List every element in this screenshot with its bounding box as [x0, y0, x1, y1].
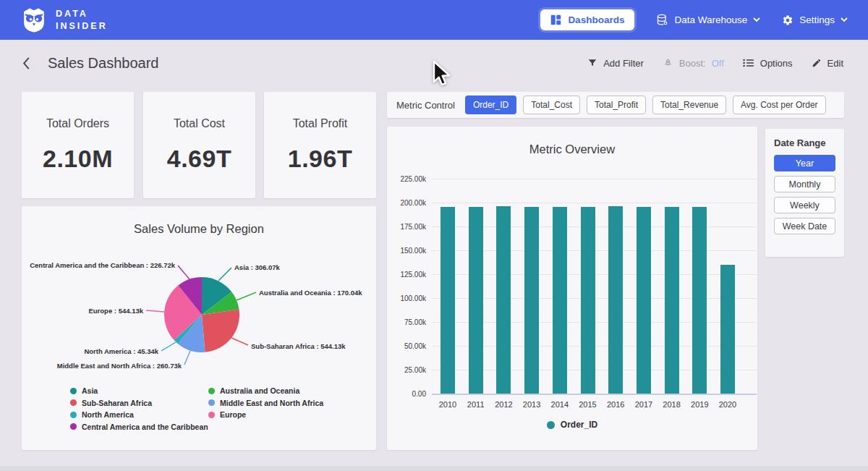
pie-leader-line [237, 292, 256, 300]
metric-option-total-cost[interactable]: Total_Cost [523, 96, 580, 114]
pie-chart: Asia : 306.07kAustralia and Oceania : 17… [22, 206, 376, 450]
y-tick-75.00k: 75.00k [387, 318, 426, 326]
x-tick-2019: 2019 [684, 400, 715, 409]
page-header: Sales Dashboard Add Filter Boost: Off [0, 40, 868, 86]
bar-2019[interactable] [692, 207, 707, 394]
pie-leader-line [146, 310, 164, 312]
bar-2012[interactable] [496, 206, 511, 394]
metric-options: Order_IDTotal_CostTotal_ProfitTotal_Reve… [465, 96, 826, 114]
legend-item-europe[interactable]: Europe [208, 410, 246, 419]
metric-option-total-profit[interactable]: Total_Profit [587, 96, 646, 114]
date-range-label: Date Range [774, 137, 835, 148]
x-tick-2012: 2012 [488, 400, 519, 409]
legend-dot [547, 421, 555, 429]
back-button[interactable] [22, 56, 30, 70]
dashboard-grid-icon [550, 14, 561, 25]
bar-2020[interactable] [720, 265, 735, 394]
date-option-year[interactable]: Year [774, 155, 835, 171]
pie-leader-line [161, 342, 176, 351]
legend-dot [70, 412, 77, 418]
options-button[interactable]: Options [743, 58, 793, 69]
options-label: Options [760, 58, 793, 69]
legend-label: Asia [82, 386, 98, 395]
kpi-card-total-profit: Total Profit1.96T [264, 92, 376, 198]
date-option-week-date[interactable]: Week Date [774, 218, 835, 234]
header-actions: Add Filter Boost: Off Options [587, 58, 843, 69]
metric-option-order-id[interactable]: Order_ID [465, 96, 516, 114]
bar-chart: 225.00k200.00k175.00k150.00k125.00k100.0… [387, 127, 757, 450]
edit-label: Edit [827, 58, 843, 69]
boost-toggle[interactable]: Boost: Off [663, 58, 724, 69]
pie-chart-card: Sales Volume by Region Asia : 306.07kAus… [22, 206, 376, 450]
page: DATA INSIDER Dashboards Data Warehouse [0, 0, 868, 471]
x-tick-2010: 2010 [432, 400, 464, 409]
x-tick-2016: 2016 [600, 400, 631, 409]
legend-label: North America [82, 410, 134, 419]
brand-line1: DATA [56, 8, 108, 20]
x-tick-2014: 2014 [544, 400, 576, 409]
legend-item-north-america[interactable]: North America [70, 410, 134, 419]
pie-leader-line [178, 266, 190, 279]
y-tick-225.00k: 225.00k [387, 175, 426, 183]
pie-leader-line [231, 338, 248, 345]
back-chevron-icon [22, 56, 30, 70]
legend-item-central-america-and-the-caribbean[interactable]: Central America and the Caribbean [70, 423, 208, 431]
legend-item-sub-saharan-africa[interactable]: Sub-Saharan Africa [70, 399, 152, 407]
date-range-options: YearMonthlyWeeklyWeek Date [774, 155, 835, 234]
legend-label: Central America and the Caribbean [82, 423, 208, 431]
date-option-monthly[interactable]: Monthly [774, 176, 835, 192]
filter-funnel-icon [587, 58, 597, 68]
nav-data-warehouse-button[interactable]: Data Warehouse [656, 14, 760, 26]
bar-2013[interactable] [524, 207, 539, 394]
kpi-value: 2.10M [43, 145, 113, 173]
gear-icon [782, 14, 793, 26]
bar-2014[interactable] [553, 207, 567, 394]
legend-item-australia-and-oceania[interactable]: Australia and Oceania [208, 386, 299, 395]
metric-control-bar: Metric Control Order_IDTotal_CostTotal_P… [387, 92, 844, 118]
bar-2017[interactable] [637, 207, 651, 394]
legend-label: Sub-Saharan Africa [82, 399, 152, 407]
nav-dashboards-label: Dashboards [568, 14, 624, 25]
nav-settings-button[interactable]: Settings [782, 14, 848, 26]
bar-2015[interactable] [581, 207, 595, 394]
gridline-0.00 [432, 394, 757, 395]
legend-item-middle-east-and-north-africa[interactable]: Middle East and North Africa [208, 399, 323, 407]
x-tick-2017: 2017 [628, 400, 660, 409]
rocket-icon [663, 58, 673, 69]
x-tick-2013: 2013 [516, 400, 548, 409]
kpi-card-total-orders: Total Orders2.10M [22, 92, 134, 198]
add-filter-button[interactable]: Add Filter [587, 58, 644, 69]
x-tick-2011: 2011 [460, 400, 492, 409]
bar-2010[interactable] [441, 207, 455, 394]
pie-slice-label-middle-east-and-north-africa: Middle East and North Africa : 260.73k [57, 362, 182, 370]
pie-slice-sub-saharan-africa[interactable] [202, 310, 239, 352]
date-range-panel: Date Range YearMonthlyWeeklyWeek Date [765, 129, 844, 257]
bar-2018[interactable] [665, 207, 679, 394]
boost-label: Boost: [679, 58, 706, 69]
nav-data-warehouse-label: Data Warehouse [674, 14, 747, 25]
bottom-strip [0, 466, 868, 471]
brand-text: DATA INSIDER [56, 8, 108, 32]
brand-logo[interactable]: DATA INSIDER [20, 7, 108, 34]
owl-logo-icon [20, 7, 48, 34]
kpi-value: 4.69T [167, 145, 231, 173]
legend-label: Australia and Oceania [220, 386, 299, 395]
pie-slice-label-central-america-and-the-caribbean: Central America and the Caribbean : 226.… [30, 261, 175, 269]
bar-2011[interactable] [469, 207, 483, 394]
kpi-label: Total Orders [46, 117, 109, 130]
metric-control-label: Metric Control [396, 100, 455, 111]
date-option-weekly[interactable]: Weekly [774, 197, 835, 213]
y-tick-100.00k: 100.00k [387, 294, 426, 302]
edit-button[interactable]: Edit [812, 58, 843, 69]
x-tick-2015: 2015 [572, 400, 604, 409]
gridline-225.00k [432, 179, 757, 179]
nav-dashboards-button[interactable]: Dashboards [540, 9, 634, 30]
bar-2016[interactable] [608, 206, 623, 394]
y-tick-150.00k: 150.00k [387, 247, 426, 255]
y-tick-50.00k: 50.00k [387, 342, 426, 350]
pie-slice-label-australia-and-oceania: Australia and Oceania : 170.04k [259, 289, 362, 297]
legend-item-asia[interactable]: Asia [70, 386, 98, 395]
metric-option-avg-cost-per-order[interactable]: Avg. Cost per Order [733, 96, 826, 114]
bar-chart-legend[interactable]: Order_ID [387, 420, 757, 430]
metric-option-total-revenue[interactable]: Total_Revenue [652, 96, 726, 114]
